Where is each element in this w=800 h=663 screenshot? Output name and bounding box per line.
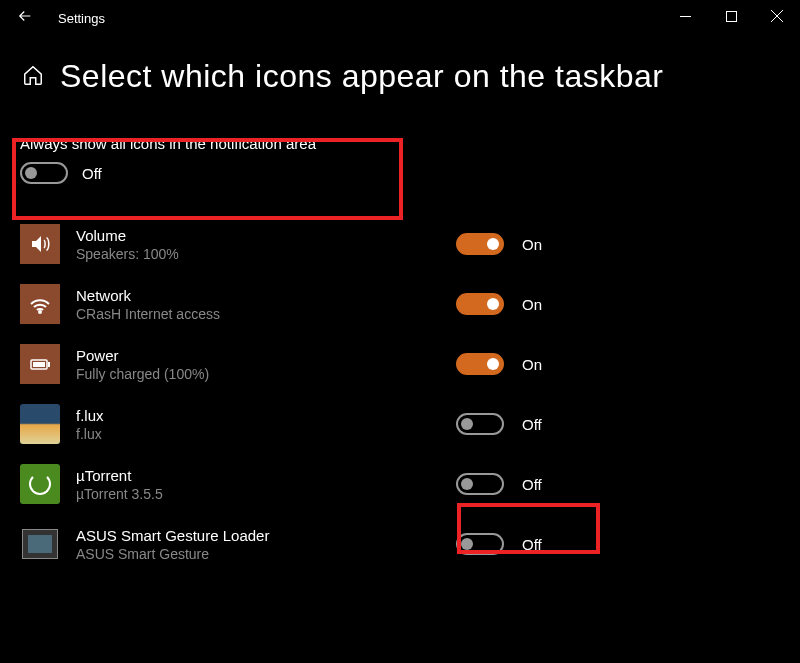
app-name: ASUS Smart Gesture Loader (76, 527, 456, 544)
utorrent-icon (20, 464, 60, 504)
app-toggle-area: On (456, 353, 542, 375)
app-row-network: Network CRasH Internet access On (20, 274, 780, 334)
toggle-state-label: On (522, 236, 542, 253)
maximize-button[interactable] (708, 0, 754, 32)
volume-toggle[interactable] (456, 233, 504, 255)
app-sub: CRasH Internet access (76, 306, 456, 322)
app-sub: ASUS Smart Gesture (76, 546, 456, 562)
utorrent-toggle[interactable] (456, 473, 504, 495)
app-text: Volume Speakers: 100% (76, 227, 456, 262)
app-text: ASUS Smart Gesture Loader ASUS Smart Ges… (76, 527, 456, 562)
app-sub: f.lux (76, 426, 456, 442)
annotation-highlight-box-1 (12, 138, 403, 220)
minimize-button[interactable] (662, 0, 708, 32)
app-sub: Fully charged (100%) (76, 366, 456, 382)
home-icon[interactable] (22, 64, 44, 90)
app-text: Power Fully charged (100%) (76, 347, 456, 382)
page-title: Select which icons appear on the taskbar (60, 58, 663, 95)
app-name: f.lux (76, 407, 456, 424)
power-toggle[interactable] (456, 353, 504, 375)
app-toggle-area: On (456, 233, 542, 255)
network-toggle[interactable] (456, 293, 504, 315)
power-icon (20, 344, 60, 384)
page-header: Select which icons appear on the taskbar (0, 36, 800, 125)
app-sub: µTorrent 3.5.5 (76, 486, 456, 502)
toggle-state-label: On (522, 356, 542, 373)
app-name: Volume (76, 227, 456, 244)
app-row-asus: ASUS Smart Gesture Loader ASUS Smart Ges… (20, 514, 780, 574)
app-toggle-area: On (456, 293, 542, 315)
toggle-state-label: Off (522, 476, 542, 493)
svg-rect-7 (48, 362, 50, 367)
app-name: Network (76, 287, 456, 304)
svg-rect-1 (726, 11, 736, 21)
back-arrow-icon[interactable] (16, 7, 34, 29)
app-toggle-area: Off (456, 413, 542, 435)
app-text: Network CRasH Internet access (76, 287, 456, 322)
window-controls (662, 0, 800, 32)
app-list: Volume Speakers: 100% On Network CRasH I… (20, 214, 780, 574)
titlebar-left: Settings (16, 7, 105, 29)
titlebar: Settings (0, 0, 800, 36)
app-row-volume: Volume Speakers: 100% On (20, 214, 780, 274)
app-toggle-area: Off (456, 473, 542, 495)
svg-point-4 (39, 311, 41, 313)
app-name: Power (76, 347, 456, 364)
app-row-power: Power Fully charged (100%) On (20, 334, 780, 394)
toggle-state-label: Off (522, 416, 542, 433)
annotation-highlight-box-2 (457, 503, 600, 554)
app-text: µTorrent µTorrent 3.5.5 (76, 467, 456, 502)
network-icon (20, 284, 60, 324)
window-title: Settings (58, 11, 105, 26)
close-button[interactable] (754, 0, 800, 32)
flux-toggle[interactable] (456, 413, 504, 435)
app-row-utorrent: µTorrent µTorrent 3.5.5 Off (20, 454, 780, 514)
app-text: f.lux f.lux (76, 407, 456, 442)
svg-rect-6 (33, 362, 45, 367)
app-sub: Speakers: 100% (76, 246, 456, 262)
app-name: µTorrent (76, 467, 456, 484)
app-row-flux: f.lux f.lux Off (20, 394, 780, 454)
asus-icon (20, 524, 60, 564)
flux-icon (20, 404, 60, 444)
toggle-state-label: On (522, 296, 542, 313)
volume-icon (20, 224, 60, 264)
